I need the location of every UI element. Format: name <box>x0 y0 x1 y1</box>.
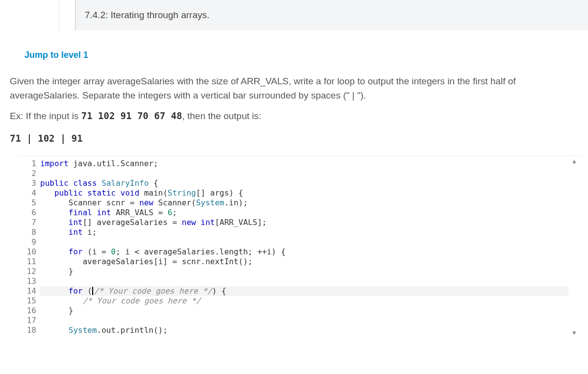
code-line[interactable] <box>40 316 568 325</box>
token: { <box>149 178 158 188</box>
token: [ARR_VALS]; <box>215 218 267 227</box>
token-keyword: new <box>182 218 196 227</box>
code-line[interactable]: for (i = 0; i < averageSalaries.length; … <box>40 247 568 257</box>
example-suffix: , then the output is: <box>182 111 262 121</box>
token <box>40 208 69 217</box>
code-line[interactable] <box>40 276 568 286</box>
token <box>40 188 54 198</box>
line-number: 12 <box>20 267 36 276</box>
example-line: Ex: If the input is 71 102 91 70 67 48, … <box>10 109 580 123</box>
token: ( <box>83 286 92 296</box>
token-keyword: class <box>73 178 97 188</box>
line-number: 3 <box>20 178 36 188</box>
code-line[interactable]: int[] averageSalaries = new int[ARR_VALS… <box>40 218 568 227</box>
line-number: 2 <box>20 169 36 178</box>
token <box>83 188 88 198</box>
token <box>97 178 102 188</box>
token <box>40 286 69 296</box>
token: i; <box>83 227 97 237</box>
activity-content: Jump to level 1 Given the integer array … <box>0 50 588 338</box>
token-keyword: int <box>69 218 83 227</box>
code-line[interactable]: import java.util.Scanner; <box>40 159 568 169</box>
code-line[interactable]: public class SalaryInfo { <box>40 178 568 188</box>
prompt-paragraph: Given the integer array averageSalaries … <box>10 74 580 103</box>
token <box>69 178 74 188</box>
token: (i = <box>83 247 111 256</box>
line-number: 17 <box>20 316 36 325</box>
token-keyword: for <box>69 247 83 256</box>
token-keyword: public <box>40 178 69 188</box>
token-keyword: void <box>121 188 140 198</box>
code-line[interactable]: int i; <box>40 227 568 237</box>
token-keyword: int <box>69 227 83 237</box>
token-keyword: new <box>139 198 153 207</box>
example-input: 71 102 91 70 67 48 <box>81 110 182 121</box>
token: ; i < averageSalaries.length; ++i) { <box>116 247 286 256</box>
code-line[interactable]: averageSalaries[i] = scnr.nextInt(); <box>40 257 568 267</box>
code-line[interactable]: System.out.println(); <box>40 325 568 335</box>
line-number: 10 <box>20 247 36 257</box>
token <box>40 218 69 227</box>
line-number: 18 <box>20 325 36 335</box>
line-number: 4 <box>20 188 36 198</box>
token: .in); <box>224 198 248 207</box>
token <box>116 188 121 198</box>
token: java.util.Scanner; <box>69 159 158 168</box>
line-number: 15 <box>20 296 36 306</box>
code-line[interactable] <box>40 237 568 247</box>
code-line[interactable]: public static void main(String[] args) { <box>40 188 568 198</box>
code-editor-inner[interactable]: 1 2 3 4 5 6 7 8 9 10 11 12 13 14 15 16 1… <box>20 156 568 338</box>
jump-to-level-link[interactable]: Jump to level 1 <box>24 50 88 60</box>
token: ; <box>172 208 177 217</box>
activity-header: 7.4.2: Iterating through arrays. <box>0 0 588 30</box>
token-keyword: final <box>69 208 92 217</box>
token-number: 6 <box>168 208 172 217</box>
token-keyword: static <box>87 188 116 198</box>
token-type: System <box>69 325 97 335</box>
line-number: 8 <box>20 227 36 237</box>
code-line[interactable]: /* Your code goes here */ <box>40 296 568 306</box>
token <box>92 208 97 217</box>
token-type: System <box>196 198 224 207</box>
scroll-up-icon[interactable]: ▲ <box>571 158 577 165</box>
line-number: 16 <box>20 306 36 316</box>
token: ARR_VALS = <box>111 208 168 217</box>
token-keyword: for <box>69 286 83 296</box>
token: main( <box>139 188 168 198</box>
token <box>40 227 69 237</box>
code-line-active[interactable]: for (/* Your code goes here */) { <box>40 286 568 296</box>
token-number: 0 <box>111 247 116 256</box>
code-body[interactable]: import java.util.Scanner; public class S… <box>40 156 568 338</box>
line-number: 14 <box>20 286 36 296</box>
line-number: 1 <box>20 159 36 169</box>
token-keyword: int <box>201 218 215 227</box>
token-keyword: import <box>40 159 69 168</box>
line-number: 9 <box>20 237 36 247</box>
token-comment: /* Your code goes here */ <box>83 296 201 305</box>
scroll-down-icon[interactable]: ▼ <box>571 329 577 336</box>
code-line[interactable] <box>40 169 568 178</box>
code-line[interactable]: } <box>40 267 568 276</box>
line-number: 11 <box>20 257 36 267</box>
token <box>40 296 83 305</box>
token-keyword: public <box>54 188 83 198</box>
code-editor[interactable]: 1 2 3 4 5 6 7 8 9 10 11 12 13 14 15 16 1… <box>20 155 580 338</box>
token-type: SalaryInfo <box>101 178 148 188</box>
line-number-gutter: 1 2 3 4 5 6 7 8 9 10 11 12 13 14 15 16 1… <box>20 156 40 338</box>
token: Scanner scnr = <box>40 198 139 207</box>
token-keyword: int <box>97 208 111 217</box>
token: ) { <box>212 286 226 296</box>
token-type: String <box>168 188 196 198</box>
token: [] averageSalaries = <box>83 218 182 227</box>
example-output: 71 | 102 | 91 <box>10 133 580 144</box>
scroll-indicator: ▲ ▼ <box>568 156 580 338</box>
line-number: 6 <box>20 208 36 218</box>
code-line[interactable]: } <box>40 306 568 316</box>
code-line[interactable]: Scanner scnr = new Scanner(System.in); <box>40 198 568 208</box>
activity-title: 7.4.2: Iterating through arrays. <box>76 0 588 30</box>
line-number: 7 <box>20 218 36 227</box>
line-number: 13 <box>20 276 36 286</box>
token <box>40 247 69 256</box>
code-line[interactable]: final int ARR_VALS = 6; <box>40 208 568 218</box>
token: .out.println(); <box>97 325 168 335</box>
